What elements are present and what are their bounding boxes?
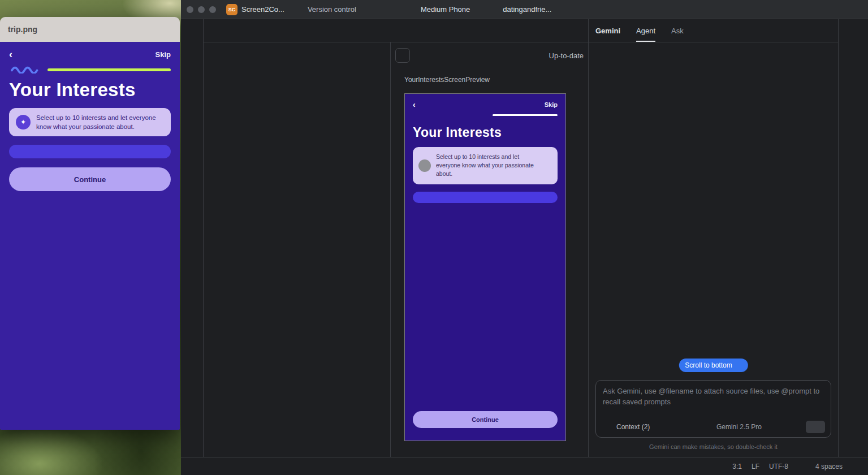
grid-icon: [399, 51, 407, 59]
debug-button[interactable]: [588, 5, 598, 14]
edit-icon[interactable]: [166, 25, 175, 34]
right-tool-strip: [838, 19, 868, 457]
preview-name: YourInterestsScreenPreview: [404, 76, 490, 84]
chips-grid-image: [9, 145, 171, 158]
screen-title: Your Interests: [9, 79, 171, 101]
editor-tab-actions: [582, 19, 588, 42]
skip-label: Skip: [545, 101, 558, 108]
gemini-panel: Gemini Agent Ask Scroll to bottom Contex…: [588, 19, 838, 457]
progress-indicator: [9, 66, 171, 74]
info-banner: ✦ Select up to 10 interests and let ever…: [9, 108, 171, 136]
window-controls: [187, 6, 216, 13]
quicklook-filename: trip.png: [8, 25, 37, 34]
quicklook-actions: [80, 25, 176, 34]
screen-title: Your Interests: [413, 125, 558, 140]
interests-screen-preview: ‹ Skip Your Interests Select up to 10 in…: [405, 94, 565, 441]
zoom-out-icon[interactable]: [101, 25, 111, 34]
quicklook-toolbar: trip.png: [0, 17, 180, 42]
problems-tool-icon[interactable]: [187, 397, 197, 407]
left-strip-bottom: [187, 332, 197, 450]
version-control-tool-icon[interactable]: [187, 440, 197, 450]
monitor-icon: [492, 6, 500, 14]
tab-ask[interactable]: Ask: [671, 19, 684, 42]
editor-tabbar: [204, 19, 588, 42]
tab-agent[interactable]: Agent: [636, 19, 655, 42]
project-selector[interactable]: Screen2Co...: [241, 5, 294, 14]
attach-image-icon[interactable]: [602, 422, 611, 431]
chevron-down-icon: [359, 6, 366, 13]
info-banner: Select up to 10 interests and let everyo…: [413, 147, 558, 184]
gemini-panel-header: Gemini Agent Ask: [589, 19, 838, 42]
dependencies-tool-icon[interactable]: [187, 375, 197, 386]
caret-position[interactable]: 3:1: [732, 463, 742, 470]
history-icon[interactable]: [791, 422, 800, 431]
chevron-down-icon: [473, 6, 480, 13]
more-tool-windows-icon[interactable]: [187, 68, 197, 79]
minimize-window-icon[interactable]: [198, 6, 205, 13]
chevron-down-icon: [652, 424, 659, 430]
run-config-selector[interactable]: datingandfrie...: [492, 5, 561, 14]
continue-button-image: Continue: [9, 167, 171, 191]
gemini-settings-icon[interactable]: [776, 422, 785, 431]
info-icon[interactable]: [80, 25, 89, 34]
zoom-in-icon[interactable]: [123, 25, 132, 34]
left-strip-top: [187, 25, 197, 79]
interests-screen-image: ‹ Skip Your Interests ✦ Select up to 10 …: [0, 42, 180, 430]
gemini-input-actions: Context (2) Gemini 2.5 Pro: [602, 421, 825, 433]
maximize-window-icon[interactable]: [209, 6, 216, 13]
project-tool-icon[interactable]: [187, 25, 197, 36]
commit-tool-icon[interactable]: [187, 47, 197, 57]
phone-icon: [410, 6, 418, 14]
indent-setting[interactable]: 4 spaces: [815, 463, 843, 470]
progress-bar: [47, 68, 171, 71]
send-button[interactable]: [806, 421, 825, 433]
chevron-down-icon: [554, 6, 561, 13]
gemini-disclaimer: Gemini can make mistakes, so double-chec…: [589, 443, 838, 450]
chips-grid-preview: [413, 192, 558, 203]
lock-icon[interactable]: [852, 463, 860, 470]
chevron-down-icon: [735, 362, 742, 369]
preview-layout-button[interactable]: [395, 48, 410, 63]
gemini-chat: [589, 42, 838, 380]
close-window-icon[interactable]: [187, 6, 193, 13]
structure-tool-icon[interactable]: [187, 354, 197, 364]
continue-button-preview: Continue: [413, 411, 558, 428]
scroll-to-bottom-button[interactable]: Scroll to bottom: [679, 359, 748, 372]
gemini-input[interactable]: [603, 386, 824, 418]
skip-label: Skip: [156, 50, 171, 59]
line-ending[interactable]: LF: [752, 463, 759, 470]
share-icon[interactable]: [144, 25, 154, 34]
preview-more-icon[interactable]: [566, 75, 575, 84]
chevron-down-icon: [287, 6, 294, 13]
check-icon: [538, 51, 546, 59]
left-tool-strip: [181, 19, 204, 457]
encoding[interactable]: UTF-8: [769, 463, 788, 470]
model-dropdown[interactable]: Gemini 2.5 Pro: [716, 423, 771, 431]
quicklook-window: trip.png ‹ Skip Your Interests ✦ Select …: [0, 17, 180, 430]
rendered-preview: ‹ Skip Your Interests Select up to 10 in…: [404, 93, 566, 441]
ai-status-icon[interactable]: [798, 463, 806, 470]
device-selector[interactable]: Medium Phone: [410, 5, 480, 14]
project-badge: SC: [226, 4, 237, 15]
progress-bar: [493, 114, 558, 116]
statusbar: 3:1 LF UTF-8 4 spaces: [181, 457, 868, 475]
compose-preview-panel: Up-to-date YourInterestsScreenPreview ‹ …: [390, 42, 588, 457]
run-button[interactable]: [571, 5, 580, 14]
send-icon: [811, 423, 819, 431]
context-dropdown[interactable]: Context (2): [616, 423, 659, 431]
sparkle-icon: ✦: [16, 115, 31, 129]
statusbar-right: 3:1 LF UTF-8 4 spaces: [732, 463, 860, 470]
back-icon: ‹: [413, 101, 416, 109]
info-text: Select up to 10 interests and let everyo…: [436, 153, 542, 179]
gemini-input-box: Context (2) Gemini 2.5 Pro: [595, 380, 831, 438]
device-manager-icon[interactable]: [187, 332, 197, 343]
more-actions-icon[interactable]: [606, 5, 614, 14]
gemini-panel-title: Gemini: [595, 19, 620, 42]
progress-indicator: [413, 114, 558, 116]
placeholder-circle-icon: [418, 159, 431, 172]
code-editor[interactable]: [204, 42, 390, 457]
terminal-tool-icon[interactable]: [187, 418, 197, 429]
vcs-widget[interactable]: Version control: [308, 5, 366, 14]
back-icon: ‹: [9, 49, 12, 59]
info-text: Select up to 10 interests and let everyo…: [36, 113, 164, 131]
